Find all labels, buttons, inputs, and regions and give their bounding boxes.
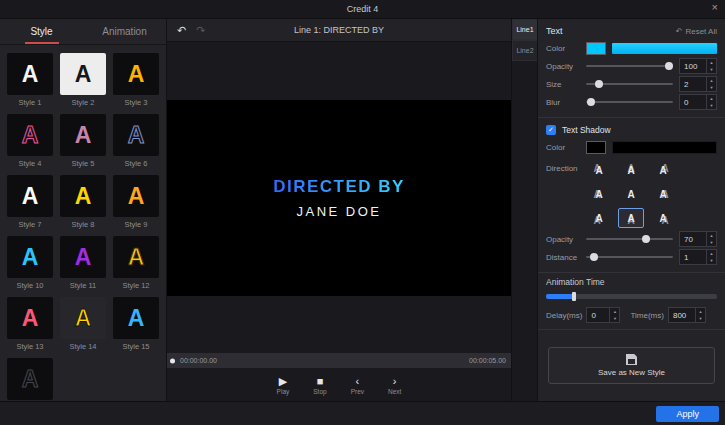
direction-center[interactable]: A [618, 184, 644, 204]
direction-left[interactable]: A [586, 184, 612, 204]
size-input[interactable]: 2 ▲▼ [679, 76, 717, 92]
opacity-input[interactable]: 100 ▲▼ [679, 58, 717, 74]
tab-style[interactable]: Style [0, 19, 83, 44]
size-value[interactable]: 2 [680, 77, 706, 91]
next-button[interactable]: › Next [388, 375, 401, 395]
style-tile-2[interactable]: A Style 2 [60, 53, 106, 107]
save-as-new-style-label: Save as New Style [598, 368, 665, 377]
style-tile-15[interactable]: A Style 15 [113, 297, 159, 351]
direction-right[interactable]: A [650, 184, 676, 204]
reset-all-button[interactable]: ↶ Reset All [676, 27, 717, 36]
close-icon[interactable]: × [712, 1, 718, 13]
blur-label: Blur [546, 98, 580, 107]
animation-time-title: Animation Time [546, 277, 717, 287]
delay-input[interactable]: 0 ▲▼ [586, 307, 620, 323]
text-settings-panel: Text ↶ Reset All Color Opacity 100 [537, 19, 725, 401]
distance-input[interactable]: 1 ▲▼ [679, 249, 717, 265]
direction-down-selected[interactable]: A [618, 208, 644, 228]
size-slider[interactable] [586, 78, 673, 90]
spinner-up-icon[interactable]: ▲ [707, 250, 716, 257]
shadow-color-bar[interactable] [612, 141, 717, 154]
preview-text-line1[interactable]: DIRECTED BY [273, 177, 405, 197]
direction-down-left[interactable]: A [586, 208, 612, 228]
style-tile-5[interactable]: A Style 5 [60, 114, 106, 168]
style-tile-1[interactable]: A Style 1 [7, 53, 53, 107]
style-tile-6[interactable]: A Style 6 [113, 114, 159, 168]
spinner-up-icon[interactable]: ▲ [707, 59, 716, 66]
tab-line1[interactable]: Line1 [512, 19, 537, 40]
direction-up-left[interactable]: A [586, 160, 612, 180]
style-tile-10[interactable]: A Style 10 [7, 236, 53, 290]
shadow-opacity-slider[interactable] [586, 233, 673, 245]
prev-button[interactable]: ‹ Prev [351, 375, 364, 395]
style-tile-9[interactable]: A Style 9 [113, 175, 159, 229]
play-button[interactable]: ▶ Play [277, 375, 290, 395]
opacity-slider[interactable] [586, 60, 673, 72]
spinner-up-icon[interactable]: ▲ [707, 232, 716, 239]
text-shadow-checkbox[interactable]: ✓ [546, 125, 556, 135]
spinner-up-icon[interactable]: ▲ [707, 77, 716, 84]
preview-toolbar: Line 1: DIRECTED BY ↶ ↷ [167, 19, 511, 42]
style-tile-13[interactable]: A Style 13 [7, 297, 53, 351]
style-tile-16[interactable]: A [7, 358, 53, 401]
style-tile-11[interactable]: A Style 11 [60, 236, 106, 290]
spinner-down-icon[interactable]: ▼ [610, 315, 619, 322]
distance-slider[interactable] [586, 251, 673, 263]
blur-input[interactable]: 0 ▲▼ [679, 94, 717, 110]
save-as-new-style-button[interactable]: Save as New Style [548, 347, 715, 384]
style-letter: A [75, 124, 92, 147]
spinner-up-icon[interactable]: ▲ [610, 308, 619, 315]
distance-label: Distance [546, 253, 580, 262]
style-letter: A [22, 185, 39, 208]
spinner-up-icon[interactable]: ▲ [707, 95, 716, 102]
blur-value[interactable]: 0 [680, 95, 706, 109]
spinner-down-icon[interactable]: ▼ [707, 102, 716, 109]
style-thumb: A [60, 236, 106, 278]
direction-up[interactable]: A [618, 160, 644, 180]
timeline[interactable]: 00:00:00.00 00:00:05.00 [167, 353, 511, 368]
shadow-opacity-value[interactable]: 70 [680, 232, 706, 246]
undo-icon[interactable]: ↶ [177, 24, 186, 37]
preview-text-line2[interactable]: JANE DOE [296, 204, 381, 219]
redo-icon[interactable]: ↷ [196, 24, 205, 37]
style-tile-7[interactable]: A Style 7 [7, 175, 53, 229]
stop-button[interactable]: ■ Stop [313, 375, 326, 395]
style-label: Style 8 [60, 220, 106, 229]
style-tile-8[interactable]: A Style 8 [60, 175, 106, 229]
time-value[interactable]: 800 [669, 308, 695, 322]
tab-line2[interactable]: Line2 [512, 40, 537, 61]
apply-button[interactable]: Apply [656, 406, 719, 422]
spinner-down-icon[interactable]: ▼ [707, 239, 716, 246]
playhead-dot[interactable] [170, 358, 175, 363]
tab-animation[interactable]: Animation [83, 19, 166, 44]
distance-value[interactable]: 1 [680, 250, 706, 264]
style-letter: A [22, 307, 39, 330]
style-thumb: A [7, 358, 53, 400]
style-thumb: A [7, 236, 53, 278]
animation-time-slider[interactable] [546, 294, 717, 299]
video-canvas[interactable]: DIRECTED BY JANE DOE [167, 100, 511, 296]
spinner-down-icon[interactable]: ▼ [707, 84, 716, 91]
text-color-swatch[interactable] [586, 42, 606, 55]
spinner-down-icon[interactable]: ▼ [707, 257, 716, 264]
text-color-bar[interactable] [612, 43, 717, 54]
time-input[interactable]: 800 ▲▼ [668, 307, 706, 323]
direction-up-right[interactable]: A [650, 160, 676, 180]
opacity-value[interactable]: 100 [680, 59, 706, 73]
direction-down-right[interactable]: A [650, 208, 676, 228]
style-tile-14[interactable]: A Style 14 [60, 297, 106, 351]
blur-slider[interactable] [586, 96, 673, 108]
style-tile-12[interactable]: A Style 12 [113, 236, 159, 290]
spinner-down-icon[interactable]: ▼ [707, 66, 716, 73]
shadow-opacity-input[interactable]: 70 ▲▼ [679, 231, 717, 247]
style-tile-4[interactable]: A Style 4 [7, 114, 53, 168]
animation-time-section: Animation Time Delay(ms) 0 ▲▼ Time(ms) 8… [538, 273, 725, 330]
stop-icon: ■ [317, 375, 324, 387]
spinner-down-icon[interactable]: ▼ [696, 315, 705, 322]
animation-time-handle[interactable] [572, 292, 576, 301]
shadow-color-swatch[interactable] [586, 141, 606, 154]
style-thumb: A [7, 53, 53, 95]
style-tile-3[interactable]: A Style 3 [113, 53, 159, 107]
spinner-up-icon[interactable]: ▲ [696, 308, 705, 315]
delay-value[interactable]: 0 [587, 308, 609, 322]
